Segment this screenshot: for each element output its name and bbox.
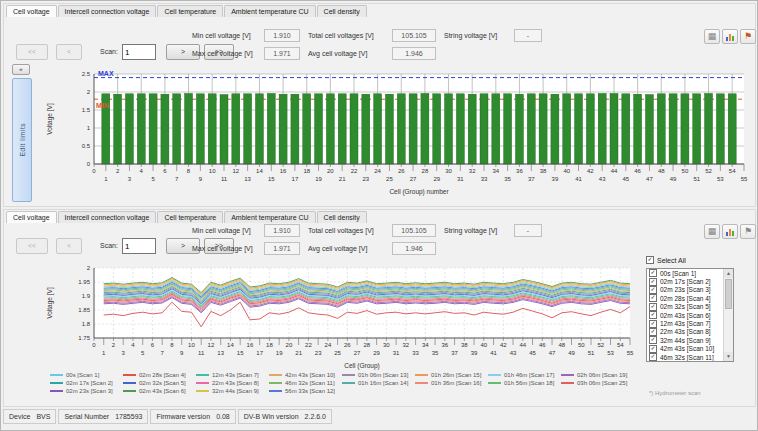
chart-legend: 00s [Scan 1]02m 17s [Scan 2]02m 23s [Sca…: [50, 372, 635, 394]
scan-list-item[interactable]: ✓02m 23s [Scan 3]: [647, 286, 724, 294]
select-all-row[interactable]: ✓ Select All: [646, 256, 686, 264]
tab-cell-voltage[interactable]: Cell voltage: [6, 5, 57, 17]
scan-list-item[interactable]: ✓42m 43s [Scan 10]: [647, 345, 724, 353]
tab-ambient-temperature-cu[interactable]: Ambient temperature CU: [224, 5, 315, 17]
scan-checkbox[interactable]: ✓: [649, 353, 657, 361]
max-voltage-label: Max cell voltage [V]: [192, 245, 253, 252]
svg-text:40: 40: [563, 168, 570, 174]
total-voltage-label: Total cell voltages [V]: [308, 32, 374, 39]
prev-scan-button[interactable]: <: [56, 44, 82, 60]
scan-list-item[interactable]: ✓00s [Scan 1]: [647, 269, 724, 277]
first-scan-button[interactable]: <<: [16, 238, 48, 254]
svg-text:37: 37: [528, 176, 535, 182]
svg-text:16: 16: [280, 168, 287, 174]
svg-text:16: 16: [247, 342, 254, 348]
svg-text:38: 38: [461, 342, 468, 348]
save-icon[interactable]: ⚑: [740, 224, 756, 239]
legend-item: 03h 06m [Scan 25]: [561, 380, 634, 386]
scan-checkbox[interactable]: ✓: [649, 269, 657, 277]
svg-text:18: 18: [266, 342, 273, 348]
scan-checkbox[interactable]: ✓: [649, 345, 657, 353]
svg-text:41: 41: [575, 176, 582, 182]
svg-text:2.5: 2.5: [82, 71, 91, 77]
svg-text:51: 51: [693, 176, 700, 182]
svg-text:28: 28: [364, 342, 371, 348]
collapse-side-panel-button[interactable]: «: [12, 64, 30, 75]
scan-input[interactable]: [122, 44, 156, 60]
status-bar: DeviceBVSSerial Number1785593Firmware ve…: [3, 409, 757, 424]
legend-item: 01h 26m [Scan 15]: [415, 372, 488, 378]
legend-item: 01h 16m [Scan 14]: [342, 380, 415, 386]
tab-cell-temperature[interactable]: Cell temperature: [157, 211, 223, 223]
scan-checkbox[interactable]: ✓: [649, 336, 657, 344]
scan-list-item[interactable]: ✓46m 32s [Scan 11]: [647, 353, 724, 361]
tab-ambient-temperature-cu[interactable]: Ambient temperature CU: [224, 211, 315, 223]
svg-text:3: 3: [128, 176, 132, 182]
svg-text:53: 53: [607, 350, 614, 356]
select-all-checkbox[interactable]: ✓: [646, 256, 654, 264]
svg-text:44: 44: [611, 168, 618, 174]
tab-cell-voltage[interactable]: Cell voltage: [6, 211, 57, 223]
scroll-up-icon[interactable]: ▲: [724, 269, 733, 278]
scan-input[interactable]: [122, 238, 156, 254]
min-voltage-value: 1.910: [264, 29, 300, 42]
status-segment: Firmware version0.08: [150, 409, 235, 424]
svg-text:Cell (Group): Cell (Group): [344, 362, 379, 370]
scan-list-item[interactable]: ✓02m 17s [Scan 2]: [647, 277, 724, 285]
max-voltage-label: Max cell voltage [V]: [192, 50, 253, 57]
edit-limits-side-button[interactable]: Edit limits: [12, 78, 32, 202]
chart-icon[interactable]: [722, 224, 738, 239]
scan-checkbox[interactable]: ✓: [649, 294, 657, 302]
tab-cell-density[interactable]: Cell density: [317, 211, 367, 223]
scan-checkbox[interactable]: ✓: [649, 286, 657, 294]
svg-text:23: 23: [362, 176, 369, 182]
select-all-label: Select All: [657, 257, 686, 264]
legend-item: 01h 06m [Scan 13]: [342, 372, 415, 378]
hydrometer-footnote: *) Hydrometer scan: [649, 390, 701, 396]
listbox-scrollbar[interactable]: ▲ ▼: [723, 269, 733, 361]
table-icon[interactable]: ▦: [704, 29, 720, 44]
scan-checkbox[interactable]: ✓: [649, 320, 657, 328]
tab-intercell-connection-voltage[interactable]: Intercell connection voltage: [58, 5, 157, 17]
svg-text:48: 48: [558, 342, 565, 348]
total-voltage-label: Total cell voltages [V]: [308, 227, 374, 234]
scan-list-item[interactable]: ✓02m 32s [Scan 5]: [647, 303, 724, 311]
tab-cell-density[interactable]: Cell density: [317, 5, 367, 17]
scan-checkbox[interactable]: ✓: [649, 328, 657, 336]
scan-label: Scan:: [100, 48, 118, 55]
tab-cell-temperature[interactable]: Cell temperature: [157, 5, 223, 17]
scan-list-item[interactable]: ✓22m 43s [Scan 8]: [647, 328, 724, 336]
scan-list-item[interactable]: ✓02m 28s [Scan 4]: [647, 294, 724, 302]
min-voltage-label: Min cell voltage [V]: [192, 227, 251, 234]
tabstrip-top: Cell voltageIntercell connection voltage…: [6, 4, 368, 17]
total-voltage-value: 105.105: [392, 224, 436, 237]
svg-text:43: 43: [510, 350, 517, 356]
svg-text:55: 55: [627, 350, 634, 356]
scan-list-item[interactable]: ✓32m 44s [Scan 9]: [647, 336, 724, 344]
svg-text:33: 33: [412, 350, 419, 356]
scan-list-item[interactable]: ✓02m 43s [Scan 6]: [647, 311, 724, 319]
svg-text:1.75: 1.75: [78, 335, 90, 341]
svg-text:26: 26: [344, 342, 351, 348]
chart-icon[interactable]: [722, 29, 738, 44]
scrollbar-thumb[interactable]: [725, 279, 732, 309]
svg-text:31: 31: [457, 176, 464, 182]
scan-checkbox[interactable]: ✓: [649, 278, 657, 286]
table-icon[interactable]: ▦: [704, 224, 720, 239]
svg-text:22: 22: [351, 168, 358, 174]
scan-listbox[interactable]: ✓00s [Scan 1]✓02m 17s [Scan 2]✓02m 23s […: [646, 268, 734, 362]
scan-checkbox[interactable]: ✓: [649, 303, 657, 311]
scroll-down-icon[interactable]: ▼: [724, 352, 733, 361]
svg-text:49: 49: [670, 176, 677, 182]
scan-checkbox[interactable]: ✓: [649, 311, 657, 319]
report-flag-icon[interactable]: ⚑: [740, 29, 756, 44]
svg-text:10: 10: [209, 168, 216, 174]
svg-text:30: 30: [383, 342, 390, 348]
first-scan-button[interactable]: <<: [16, 44, 48, 60]
svg-text:40: 40: [480, 342, 487, 348]
min-voltage-label: Min cell voltage [V]: [192, 32, 251, 39]
tab-intercell-connection-voltage[interactable]: Intercell connection voltage: [58, 211, 157, 223]
scan-list-item[interactable]: ✓12m 43s [Scan 7]: [647, 319, 724, 327]
prev-scan-button[interactable]: <: [56, 238, 82, 254]
svg-text:9: 9: [180, 350, 184, 356]
